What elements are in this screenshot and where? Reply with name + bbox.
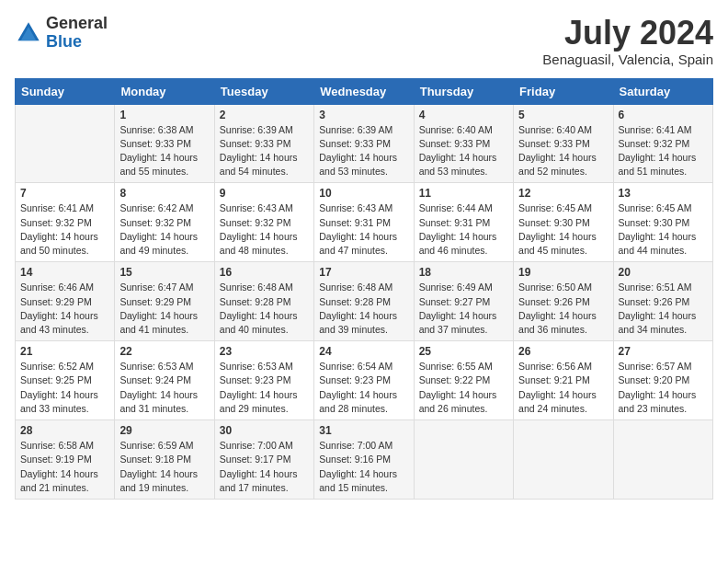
sunrise-text: Sunrise: 6:44 AM: [419, 202, 493, 213]
calendar-cell: 28 Sunrise: 6:58 AM Sunset: 9:19 PM Dayl…: [16, 420, 115, 500]
calendar-cell: 29 Sunrise: 6:59 AM Sunset: 9:18 PM Dayl…: [115, 420, 214, 500]
sunset-text: Sunset: 9:19 PM: [20, 454, 92, 465]
day-number: 22: [119, 345, 209, 358]
calendar-cell: 6 Sunrise: 6:41 AM Sunset: 9:32 PM Dayli…: [613, 104, 712, 183]
logo-blue-text: Blue: [46, 33, 108, 52]
cell-info: Sunrise: 6:41 AM Sunset: 9:32 PM Dayligh…: [20, 201, 109, 258]
cell-info: Sunrise: 6:51 AM Sunset: 9:26 PM Dayligh…: [619, 281, 708, 337]
calendar-cell: 4 Sunrise: 6:40 AM Sunset: 9:33 PM Dayli…: [414, 104, 513, 183]
sunset-text: Sunset: 9:26 PM: [518, 296, 590, 307]
daylight-text: Daylight: 14 hours and 36 minutes.: [518, 310, 597, 335]
daylight-text: Daylight: 14 hours and 34 minutes.: [619, 310, 697, 335]
sunset-text: Sunset: 9:29 PM: [119, 296, 191, 307]
sunrise-text: Sunrise: 6:53 AM: [119, 361, 193, 372]
daylight-text: Daylight: 14 hours and 49 minutes.: [119, 231, 198, 256]
sunset-text: Sunset: 9:23 PM: [319, 374, 391, 385]
day-number: 3: [319, 109, 408, 121]
calendar-cell: 5 Sunrise: 6:40 AM Sunset: 9:33 PM Dayli…: [514, 104, 613, 183]
sunset-text: Sunset: 9:33 PM: [319, 138, 391, 149]
day-number: 16: [220, 266, 309, 279]
cell-info: Sunrise: 6:48 AM Sunset: 9:28 PM Dayligh…: [319, 281, 408, 337]
calendar-week-row: 21 Sunrise: 6:52 AM Sunset: 9:25 PM Dayl…: [16, 341, 713, 420]
day-number: 15: [119, 266, 209, 279]
cell-info: Sunrise: 6:50 AM Sunset: 9:26 PM Dayligh…: [518, 281, 608, 337]
daylight-text: Daylight: 14 hours and 44 minutes.: [619, 231, 697, 256]
sunrise-text: Sunrise: 6:46 AM: [20, 282, 94, 293]
calendar-week-row: 28 Sunrise: 6:58 AM Sunset: 9:19 PM Dayl…: [16, 420, 713, 500]
sunrise-text: Sunrise: 6:43 AM: [319, 202, 392, 213]
sunrise-text: Sunrise: 6:54 AM: [319, 361, 392, 372]
day-number: 30: [220, 424, 309, 437]
sunset-text: Sunset: 9:20 PM: [619, 374, 690, 385]
page-header: General Blue July 2024 Benaguasil, Valen…: [15, 15, 713, 67]
calendar-cell: 22 Sunrise: 6:53 AM Sunset: 9:24 PM Dayl…: [115, 341, 214, 420]
sunset-text: Sunset: 9:33 PM: [119, 138, 191, 149]
calendar-cell: 19 Sunrise: 6:50 AM Sunset: 9:26 PM Dayl…: [514, 262, 613, 341]
daylight-text: Daylight: 14 hours and 50 minutes.: [20, 231, 98, 256]
header-saturday: Saturday: [613, 78, 712, 104]
calendar-cell: 25 Sunrise: 6:55 AM Sunset: 9:22 PM Dayl…: [414, 341, 513, 420]
day-number: 14: [20, 266, 109, 279]
daylight-text: Daylight: 14 hours and 41 minutes.: [119, 310, 198, 335]
calendar-cell: 1 Sunrise: 6:38 AM Sunset: 9:33 PM Dayli…: [115, 104, 214, 183]
month-year-title: July 2024: [542, 15, 713, 52]
cell-info: Sunrise: 6:45 AM Sunset: 9:30 PM Dayligh…: [518, 201, 608, 258]
header-thursday: Thursday: [414, 78, 513, 104]
daylight-text: Daylight: 14 hours and 55 minutes.: [119, 152, 198, 177]
sunrise-text: Sunrise: 6:49 AM: [419, 282, 493, 293]
daylight-text: Daylight: 14 hours and 26 minutes.: [419, 389, 497, 414]
cell-info: Sunrise: 6:40 AM Sunset: 9:33 PM Dayligh…: [419, 123, 508, 179]
cell-info: Sunrise: 6:42 AM Sunset: 9:32 PM Dayligh…: [119, 201, 209, 258]
cell-info: Sunrise: 6:54 AM Sunset: 9:23 PM Dayligh…: [319, 360, 408, 416]
day-number: 20: [619, 266, 708, 279]
calendar-cell: 21 Sunrise: 6:52 AM Sunset: 9:25 PM Dayl…: [16, 341, 115, 420]
logo: General Blue: [15, 15, 108, 52]
calendar-week-row: 1 Sunrise: 6:38 AM Sunset: 9:33 PM Dayli…: [16, 104, 713, 183]
daylight-text: Daylight: 14 hours and 45 minutes.: [518, 231, 597, 256]
logo-text: General Blue: [46, 15, 108, 52]
calendar-cell: 17 Sunrise: 6:48 AM Sunset: 9:28 PM Dayl…: [314, 262, 414, 341]
calendar-cell: 11 Sunrise: 6:44 AM Sunset: 9:31 PM Dayl…: [414, 183, 513, 262]
sunrise-text: Sunrise: 6:45 AM: [619, 202, 692, 213]
day-number: 18: [419, 266, 508, 279]
sunset-text: Sunset: 9:32 PM: [619, 138, 690, 149]
cell-info: Sunrise: 6:41 AM Sunset: 9:32 PM Dayligh…: [619, 123, 708, 179]
daylight-text: Daylight: 14 hours and 48 minutes.: [220, 231, 298, 256]
day-number: 28: [20, 424, 109, 437]
cell-info: Sunrise: 6:43 AM Sunset: 9:32 PM Dayligh…: [220, 201, 309, 258]
sunrise-text: Sunrise: 6:59 AM: [119, 440, 193, 451]
sunset-text: Sunset: 9:31 PM: [319, 217, 391, 228]
calendar-table: SundayMondayTuesdayWednesdayThursdayFrid…: [15, 78, 713, 500]
day-number: 2: [220, 109, 309, 121]
day-number: 25: [419, 345, 508, 358]
logo-general-text: General: [46, 15, 108, 33]
cell-info: Sunrise: 7:00 AM Sunset: 9:16 PM Dayligh…: [319, 439, 408, 495]
calendar-cell: 16 Sunrise: 6:48 AM Sunset: 9:28 PM Dayl…: [214, 262, 313, 341]
sunrise-text: Sunrise: 7:00 AM: [319, 440, 392, 451]
daylight-text: Daylight: 14 hours and 24 minutes.: [518, 389, 597, 414]
daylight-text: Daylight: 14 hours and 31 minutes.: [119, 389, 198, 414]
calendar-cell: 15 Sunrise: 6:47 AM Sunset: 9:29 PM Dayl…: [115, 262, 214, 341]
cell-info: Sunrise: 6:58 AM Sunset: 9:19 PM Dayligh…: [20, 439, 109, 495]
daylight-text: Daylight: 14 hours and 23 minutes.: [619, 389, 697, 414]
day-number: 10: [319, 187, 408, 200]
cell-info: Sunrise: 6:53 AM Sunset: 9:24 PM Dayligh…: [119, 360, 209, 416]
sunrise-text: Sunrise: 6:48 AM: [220, 282, 293, 293]
sunrise-text: Sunrise: 6:45 AM: [518, 202, 592, 213]
day-number: 4: [419, 109, 508, 121]
daylight-text: Daylight: 14 hours and 53 minutes.: [419, 152, 497, 177]
daylight-text: Daylight: 14 hours and 54 minutes.: [220, 152, 298, 177]
calendar-cell: 23 Sunrise: 6:53 AM Sunset: 9:23 PM Dayl…: [214, 341, 313, 420]
title-block: July 2024 Benaguasil, Valencia, Spain: [542, 15, 713, 67]
cell-info: Sunrise: 6:38 AM Sunset: 9:33 PM Dayligh…: [119, 123, 209, 179]
calendar-cell: 26 Sunrise: 6:56 AM Sunset: 9:21 PM Dayl…: [514, 341, 613, 420]
calendar-cell: 3 Sunrise: 6:39 AM Sunset: 9:33 PM Dayli…: [314, 104, 414, 183]
sunset-text: Sunset: 9:23 PM: [220, 374, 291, 385]
sunrise-text: Sunrise: 7:00 AM: [220, 440, 293, 451]
calendar-cell: 31 Sunrise: 7:00 AM Sunset: 9:16 PM Dayl…: [314, 420, 414, 500]
calendar-cell: [16, 104, 115, 183]
daylight-text: Daylight: 14 hours and 52 minutes.: [518, 152, 597, 177]
calendar-cell: 7 Sunrise: 6:41 AM Sunset: 9:32 PM Dayli…: [16, 183, 115, 262]
sunset-text: Sunset: 9:18 PM: [119, 454, 191, 465]
sunset-text: Sunset: 9:21 PM: [518, 374, 590, 385]
